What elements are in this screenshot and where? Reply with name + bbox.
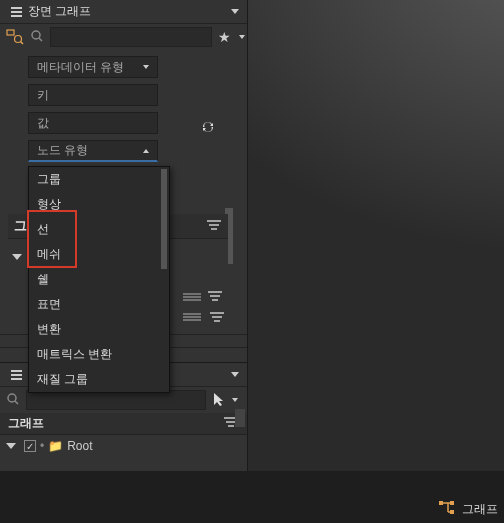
panel1-title: 장면 그래프: [28, 3, 225, 20]
filter-icon[interactable]: [207, 289, 223, 306]
node-type-option[interactable]: 쉘: [29, 267, 169, 292]
filter-block: 메타데이터 유형 키 값 노드 유형: [0, 50, 247, 172]
node-type-option[interactable]: 표면: [29, 292, 169, 317]
metadata-type-dropdown[interactable]: 메타데이터 유형: [28, 56, 158, 78]
refresh-button[interactable]: [197, 116, 219, 138]
chevron-down-icon[interactable]: [231, 9, 239, 14]
panel2-graph-label: 그래프: [8, 415, 44, 432]
svg-rect-27: [450, 510, 454, 514]
tree-row-root[interactable]: ✓ • 📁 Root: [0, 435, 247, 457]
svg-line-21: [15, 401, 18, 404]
metadata-type-label: 메타데이터 유형: [37, 59, 124, 76]
panel2-search-input[interactable]: [26, 390, 206, 410]
bullet-icon: •: [40, 439, 44, 453]
favorites-icon[interactable]: ★: [218, 29, 231, 45]
svg-point-3: [32, 31, 40, 39]
key-field[interactable]: 키: [28, 84, 158, 106]
chevron-down-icon: [143, 65, 149, 69]
visibility-checkbox[interactable]: ✓: [24, 440, 36, 452]
search-icon: [30, 29, 44, 46]
value-label: 값: [37, 115, 49, 132]
graph-tab-icon: [438, 500, 456, 519]
tab-graph-label: 그래프: [462, 501, 498, 518]
chevron-up-icon: [143, 149, 149, 153]
node-type-options-list: 그룹 형상 선 메쉬 쉘 표면 변환 매트릭스 변환 재질 그룹: [28, 166, 170, 393]
menu-icon[interactable]: [183, 290, 201, 304]
panel1-header: 장면 그래프: [0, 0, 247, 24]
node-type-option[interactable]: 변환: [29, 317, 169, 342]
panel1-search-input[interactable]: [50, 27, 212, 47]
svg-line-2: [21, 42, 24, 45]
svg-rect-25: [439, 501, 443, 505]
node-type-option[interactable]: 매트릭스 변환: [29, 342, 169, 367]
expand-icon[interactable]: [6, 443, 16, 449]
viewport[interactable]: [247, 0, 504, 471]
bottom-bar: 그래프: [0, 471, 504, 523]
side-panel: 장면 그래프 ★ 메타데이터 유형 키 값 노드 유형: [0, 0, 247, 471]
svg-rect-0: [7, 30, 14, 35]
folder-icon: 📁: [48, 439, 63, 453]
node-type-dropdown[interactable]: 노드 유형: [28, 140, 158, 162]
panel2-scrollbar[interactable]: [235, 409, 245, 427]
dropdown-scrollbar[interactable]: [161, 169, 167, 269]
favorites-menu-chevron[interactable]: [239, 35, 245, 39]
cursor-icon[interactable]: [212, 391, 226, 410]
list-icon: [8, 368, 22, 382]
tab-graph[interactable]: 그래프: [438, 500, 498, 519]
value-field[interactable]: 값: [28, 112, 158, 134]
filter-icon[interactable]: [209, 310, 225, 327]
find-replace-icon[interactable]: [6, 29, 24, 45]
root-label: Root: [67, 439, 92, 453]
node-type-label: 노드 유형: [37, 142, 88, 159]
node-type-option[interactable]: 그룹: [29, 167, 169, 192]
node-type-option[interactable]: 선: [29, 217, 169, 242]
svg-point-1: [15, 36, 22, 43]
svg-rect-26: [450, 501, 454, 505]
search-icon: [6, 392, 20, 409]
svg-line-4: [39, 38, 42, 41]
node-type-option[interactable]: 형상: [29, 192, 169, 217]
node-type-option[interactable]: 메쉬: [29, 242, 169, 267]
filter-icon[interactable]: [206, 218, 222, 235]
cursor-menu-chevron[interactable]: [232, 398, 238, 402]
svg-point-20: [8, 394, 16, 402]
panel1-search-row: ★: [0, 24, 247, 50]
expand-icon[interactable]: [12, 254, 22, 260]
panel2-graph-header: 그래프: [0, 413, 247, 435]
menu-icon[interactable]: [183, 310, 201, 324]
chevron-down-icon[interactable]: [231, 372, 239, 377]
key-label: 키: [37, 87, 49, 104]
node-type-option[interactable]: 재질 그룹: [29, 367, 169, 392]
list-icon: [8, 5, 22, 19]
panel2-graph: 그래프 ✓ • 📁 Root: [0, 413, 247, 457]
